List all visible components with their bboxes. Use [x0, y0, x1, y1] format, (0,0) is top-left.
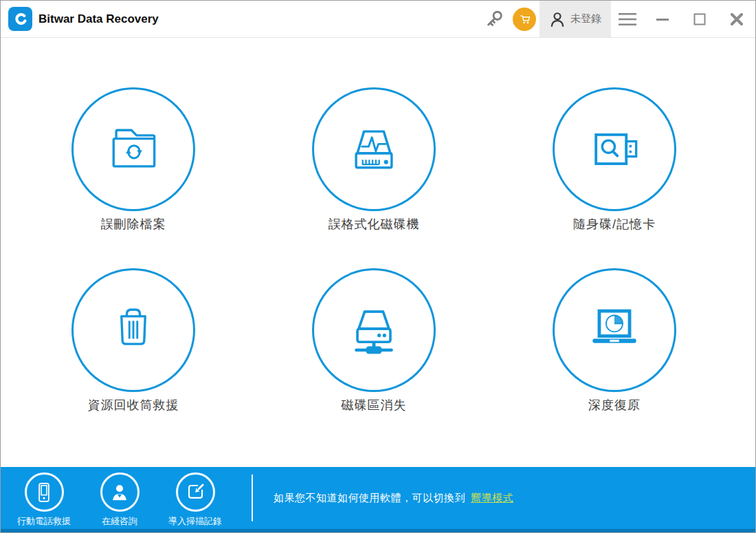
feature-label: 資源回收筒救援: [88, 396, 179, 414]
footer-hint: 如果您不知道如何使用軟體，可以切換到 嚮導模式: [274, 467, 513, 529]
feature-deep-recovery[interactable]: 深度復原: [553, 268, 676, 414]
folder-recycle-icon: [71, 87, 195, 211]
feature-label: 深度復原: [588, 396, 641, 414]
feature-label: 磁碟區消失: [342, 396, 407, 414]
feature-deleted-files[interactable]: 誤刪除檔案: [71, 87, 195, 233]
cart-icon[interactable]: [509, 1, 540, 37]
support-person-icon: [100, 472, 140, 512]
wizard-mode-link[interactable]: 嚮導模式: [471, 492, 513, 505]
feature-lost-partition[interactable]: 磁碟區消失: [312, 268, 436, 414]
recovery-mode-grid: 誤刪除檔案 誤格式化磁碟機: [1, 38, 755, 468]
feature-label: 誤刪除檔案: [101, 215, 166, 233]
close-icon[interactable]: [718, 1, 755, 37]
feature-label: 誤格式化磁碟機: [329, 215, 420, 233]
action-online-support[interactable]: 在綫咨詢: [82, 472, 157, 527]
hint-text: 如果您不知道如何使用軟體，可以切換到: [274, 492, 465, 505]
feature-label: 隨身碟/記憶卡: [573, 215, 656, 233]
mobile-phone-icon: [25, 472, 64, 512]
key-icon[interactable]: [479, 1, 509, 37]
feature-formatted-drive[interactable]: 誤格式化磁碟機: [312, 87, 436, 233]
footer-bar: 行動電話救援 在綫咨詢 導入掃描記錄: [1, 467, 755, 532]
action-label: 在綫咨詢: [102, 515, 137, 527]
hamburger-icon[interactable]: [611, 1, 644, 37]
feature-usb-memory-card[interactable]: 隨身碟/記憶卡: [553, 87, 676, 233]
drive-pulse-icon: [312, 87, 436, 211]
app-logo-icon: [8, 7, 32, 31]
login-status-label: 未登錄: [570, 12, 601, 25]
action-mobile-rescue[interactable]: 行動電話救援: [6, 472, 82, 527]
import-scan-icon: [176, 472, 215, 512]
maximize-icon[interactable]: [681, 1, 718, 37]
laptop-pie-icon: [553, 268, 676, 392]
action-label: 導入掃描記錄: [168, 515, 222, 527]
feature-recycle-bin[interactable]: 資源回收筒救援: [71, 268, 195, 414]
login-button[interactable]: 未登錄: [540, 1, 611, 37]
app-title: Bitwar Data Recovery: [38, 12, 159, 26]
footer-divider: [252, 475, 253, 521]
titlebar: Bitwar Data Recovery 未登錄: [1, 1, 755, 38]
cart-circle: [513, 8, 536, 31]
usb-search-icon: [553, 87, 676, 211]
action-label: 行動電話救援: [17, 515, 71, 527]
trash-icon: [71, 268, 195, 392]
action-import-scan[interactable]: 導入掃描記錄: [157, 472, 233, 527]
minimize-icon[interactable]: [644, 1, 681, 37]
user-icon: [549, 10, 566, 28]
app-window: Bitwar Data Recovery 未登錄: [0, 0, 756, 533]
drive-network-icon: [312, 268, 436, 392]
